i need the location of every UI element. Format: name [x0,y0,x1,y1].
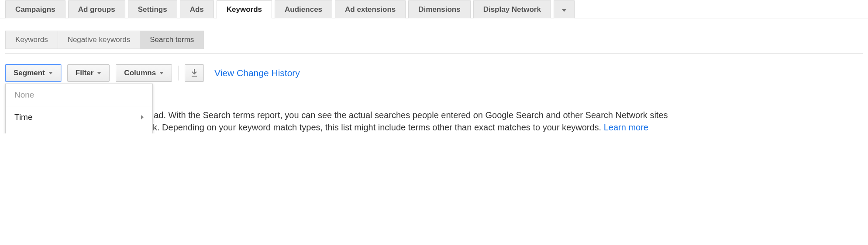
description-line1: r ad. With the Search terms report, you … [148,110,668,120]
description-line2: ck. Depending on your keyword match type… [148,122,604,132]
columns-button-label: Columns [124,69,156,77]
search-terms-description: r ad. With the Search terms report, you … [148,109,830,133]
columns-button[interactable]: Columns [116,64,172,82]
view-change-history-link[interactable]: View Change History [214,68,300,78]
tab-ads[interactable]: Ads [180,0,214,18]
tab-ad-groups[interactable]: Ad groups [68,0,125,18]
download-button[interactable] [185,64,204,82]
chevron-down-icon [159,72,164,74]
learn-more-link[interactable]: Learn more [604,122,648,132]
toolbar: Segment Filter Columns View Change Histo… [5,64,868,82]
segment-menu: None Time Conversions Network (with sear… [5,84,153,133]
segment-button-label: Segment [14,69,45,77]
download-icon [191,69,198,77]
tab-campaigns[interactable]: Campaigns [5,0,65,18]
subtab-search-terms[interactable]: Search terms [140,31,204,49]
segment-menu-time[interactable]: Time [6,106,152,128]
segment-menu-conversions[interactable]: Conversions [6,128,152,133]
tab-ad-extensions[interactable]: Ad extensions [335,0,406,18]
filter-button-label: Filter [76,69,94,77]
chevron-right-icon [141,115,144,119]
segment-button[interactable]: Segment [5,64,61,82]
subtab-negative-keywords[interactable]: Negative keywords [58,31,140,49]
main-tabs: Campaigns Ad groups Settings Ads Keyword… [0,0,868,18]
filter-button[interactable]: Filter [67,64,110,82]
tab-dimensions[interactable]: Dimensions [408,0,470,18]
sub-tabs: Keywords Negative keywords Search terms [5,31,863,54]
chevron-down-icon [562,9,566,12]
chevron-down-icon [97,72,101,74]
segment-menu-time-label: Time [14,112,33,122]
tab-more-dropdown[interactable] [554,0,575,18]
tab-settings[interactable]: Settings [128,0,177,18]
chevron-down-icon [48,72,53,74]
tab-audiences[interactable]: Audiences [275,0,332,18]
segment-menu-none: None [6,84,152,106]
tab-keywords[interactable]: Keywords [217,0,272,18]
tab-display-network[interactable]: Display Network [473,0,551,18]
toolbar-separator [178,66,179,80]
subtab-keywords[interactable]: Keywords [5,31,58,49]
segment-menu-none-label: None [14,90,34,100]
